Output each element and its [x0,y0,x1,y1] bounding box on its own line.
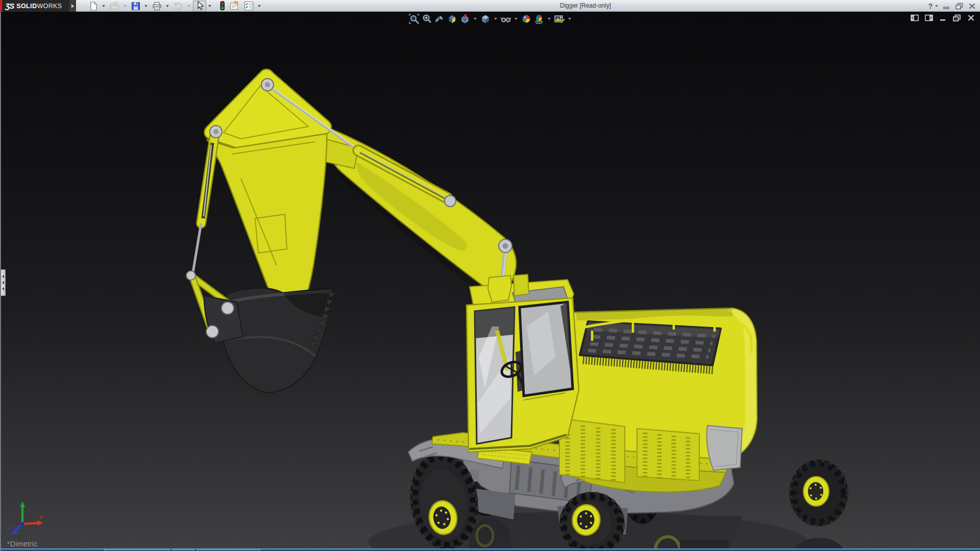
taskbar-button-edge [104,549,169,551]
zoom-to-area-icon [422,14,432,24]
comment-note-icon [229,1,240,11]
solidworks-logo: ƷS SOLIDWORKS [0,0,69,12]
doc-minimize-button[interactable] [939,14,946,21]
help-button[interactable]: ? [928,2,933,10]
headsup-view-toolbar [408,13,573,24]
new-dropdown-caret[interactable] [102,5,105,7]
cab[interactable] [467,280,579,452]
view-orientation-dropdown-caret[interactable] [474,18,477,20]
view-orientation-button[interactable] [459,13,471,24]
section-view-button[interactable] [447,13,458,24]
titlebar: ƷS SOLIDWORKS [0,0,980,12]
select-cursor-icon [194,1,205,11]
hide-show-dropdown-caret[interactable] [514,18,518,20]
minimize-button[interactable] [943,3,950,10]
feature-pane-splitter[interactable] [1,269,6,296]
help-dropdown-caret[interactable] [935,5,938,7]
stick [207,134,327,314]
collapse-pane-left-button[interactable] [911,14,919,21]
display-style-icon [480,14,491,24]
brand-name-light: WORKS [37,3,62,10]
select-button[interactable] [193,1,206,12]
open-button[interactable] [108,1,121,12]
apply-scene-icon [534,14,544,24]
logo-red-accent [0,0,2,12]
view-settings-icon [554,14,565,24]
design-checker-button[interactable] [242,1,256,12]
appearance-ball-icon [521,14,531,24]
undo-button[interactable] [172,1,185,12]
view-orientation-icon [460,14,470,24]
taskbar-edge [1,548,980,551]
hide-show-items-button[interactable] [500,13,511,24]
new-document-icon [88,2,99,11]
document-title: Digger [Read-only] [560,2,611,9]
save-icon [131,2,141,11]
open-dropdown-caret[interactable] [124,5,127,7]
zoom-to-fit-icon [409,14,419,24]
solidworks-mark-icon: ƷS [5,2,14,10]
left-arrow-icon [2,281,4,284]
select-dropdown-caret[interactable] [208,5,211,7]
view-settings-button[interactable] [554,13,565,24]
left-arrow-icon [2,287,4,290]
apply-scene-button[interactable] [533,13,545,24]
save-dropdown-caret[interactable] [144,5,148,7]
previous-view-button[interactable] [434,13,445,24]
checklist-icon [243,1,254,11]
undo-dropdown-caret[interactable] [187,5,190,7]
close-button[interactable] [968,3,976,10]
taskbar-button-edge [197,549,260,551]
doc-close-button[interactable] [967,14,975,21]
previous-view-icon [434,14,445,24]
x-axis-label: x [39,514,43,520]
taskbar-button-edge [173,549,194,551]
wheel-rear-far[interactable] [790,460,847,525]
print-button[interactable] [150,1,164,12]
graphics-area[interactable]: x z *Dimetric [0,12,980,551]
open-folder-icon [109,2,120,11]
edit-appearance-button[interactable] [521,13,532,24]
section-view-icon [447,14,457,24]
print-dropdown-caret[interactable] [166,5,169,7]
comment-button[interactable] [228,1,241,12]
interference-detection-button[interactable] [217,1,227,12]
undo-icon [173,2,184,11]
app-window-controls: ? [928,0,976,12]
right-arrow-icon [71,4,74,8]
view-settings-dropdown-caret[interactable] [568,18,571,20]
print-icon [152,2,162,11]
design-checker-dropdown-caret[interactable] [258,5,261,7]
traffic-light-icon [219,1,226,11]
apply-scene-dropdown-caret[interactable] [548,18,551,20]
glasses-icon [500,14,511,24]
collapse-pane-right-button[interactable] [925,14,933,21]
excavator-model[interactable] [1,12,980,551]
view-orientation-label: *Dimetric [7,540,37,548]
display-style-button[interactable] [480,13,491,24]
main-toolbar [87,0,263,12]
display-style-dropdown-caret[interactable] [494,18,497,20]
orientation-triad[interactable]: x z [8,500,48,538]
brand-name-bold: SOLID [16,3,37,10]
zoom-to-area-button[interactable] [421,13,432,24]
doc-restore-button[interactable] [952,14,961,21]
bucket [222,288,335,393]
z-axis-label: z [9,524,12,530]
restore-button[interactable] [955,3,964,10]
save-button[interactable] [129,1,142,12]
document-window-controls [911,14,975,21]
zoom-to-fit-button[interactable] [408,13,420,24]
left-arrow-icon [2,275,4,278]
new-document-button[interactable] [87,1,100,12]
menu-expand-arrow[interactable] [69,0,76,12]
